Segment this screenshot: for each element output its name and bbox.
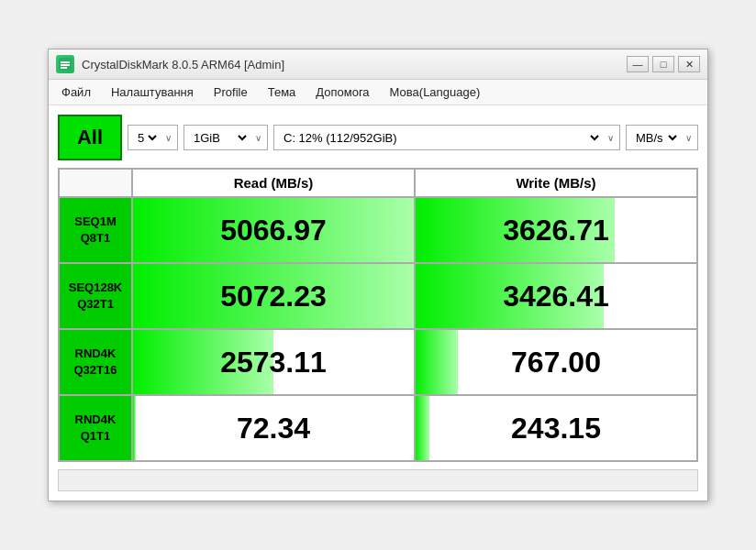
main-window: CrystalDiskMark 8.0.5 ARM64 [Admin] — □ … [48, 49, 708, 501]
minimize-button[interactable]: — [627, 56, 649, 72]
menu-bar: ФайлНалаштуванняProfileТемаДопомогаМова(… [49, 80, 707, 105]
write-value-1: 3426.41 [415, 263, 697, 329]
table-header-row: Read (MB/s) Write (MB/s) [59, 169, 697, 197]
window-title: CrystalDiskMark 8.0.5 ARM64 [Admin] [82, 58, 284, 72]
window-controls: — □ ✕ [627, 56, 700, 72]
toolbar: All 5 1 3 9 ∨ 1GiB 512MiB 2GiB 4GiB 8GiB… [58, 115, 698, 160]
menu-item-profile[interactable]: Profile [205, 82, 257, 102]
row-label-2: RND4KQ32T16 [59, 329, 132, 395]
read-value-1: 5072.23 [132, 263, 415, 329]
benchmark-table: Read (MB/s) Write (MB/s) SEQ1MQ8T15066.9… [58, 168, 698, 462]
unit-chevron: ∨ [685, 133, 692, 143]
drive-dropdown[interactable]: C: 12% (112/952GiB) [280, 130, 602, 146]
write-value-3: 243.15 [415, 395, 697, 461]
svg-rect-1 [61, 64, 70, 66]
size-dropdown[interactable]: 1GiB 512MiB 2GiB 4GiB 8GiB 16GiB 32GiB 6… [190, 130, 250, 146]
header-empty [59, 169, 132, 197]
menu-item-----[interactable]: Файл [52, 82, 100, 102]
row-label-0: SEQ1MQ8T1 [59, 197, 132, 263]
all-button[interactable]: All [58, 115, 122, 160]
size-select[interactable]: 1GiB 512MiB 2GiB 4GiB 8GiB 16GiB 32GiB 6… [183, 125, 268, 150]
drive-chevron: ∨ [607, 133, 614, 143]
header-write: Write (MB/s) [415, 169, 697, 197]
row-label-1: SEQ128KQ32T1 [59, 263, 132, 329]
unit-select[interactable]: MB/s GB/s IOPS μs ∨ [626, 125, 698, 150]
status-bar [58, 469, 698, 491]
write-value-2: 767.00 [415, 329, 697, 395]
size-chevron: ∨ [255, 133, 261, 143]
title-bar: CrystalDiskMark 8.0.5 ARM64 [Admin] — □ … [49, 50, 707, 80]
menu-item-----[interactable]: Тема [259, 82, 306, 102]
count-chevron: ∨ [165, 133, 172, 143]
read-value-2: 2573.11 [132, 329, 415, 395]
menu-item-------------[interactable]: Налаштування [102, 82, 203, 102]
read-value-3: 72.34 [132, 395, 415, 461]
svg-rect-3 [61, 61, 70, 63]
table-row: RND4KQ1T172.34243.15 [59, 395, 697, 461]
svg-rect-2 [61, 67, 67, 69]
content-area: All 5 1 3 9 ∨ 1GiB 512MiB 2GiB 4GiB 8GiB… [49, 105, 707, 500]
count-dropdown[interactable]: 5 1 3 9 [134, 130, 160, 146]
unit-dropdown[interactable]: MB/s GB/s IOPS μs [632, 130, 680, 146]
close-button[interactable]: ✕ [678, 56, 700, 72]
menu-item---------[interactable]: Допомога [306, 82, 378, 102]
app-icon [56, 55, 74, 73]
drive-select[interactable]: C: 12% (112/952GiB) ∨ [273, 125, 620, 150]
menu-item------language-[interactable]: Мова(Language) [381, 82, 490, 102]
read-value-0: 5066.97 [132, 197, 415, 263]
count-select[interactable]: 5 1 3 9 ∨ [128, 125, 178, 150]
header-read: Read (MB/s) [132, 169, 415, 197]
table-row: SEQ1MQ8T15066.973626.71 [59, 197, 697, 263]
title-bar-left: CrystalDiskMark 8.0.5 ARM64 [Admin] [56, 55, 284, 73]
write-value-0: 3626.71 [415, 197, 697, 263]
maximize-button[interactable]: □ [652, 56, 674, 72]
table-row: RND4KQ32T162573.11767.00 [59, 329, 697, 395]
table-row: SEQ128KQ32T15072.233426.41 [59, 263, 697, 329]
row-label-3: RND4KQ1T1 [59, 395, 132, 461]
